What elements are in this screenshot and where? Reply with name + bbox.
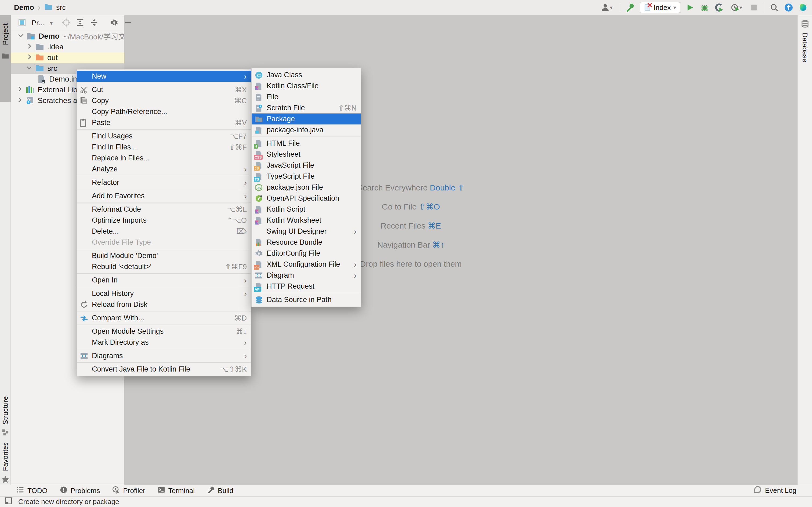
chevron-expanded-icon[interactable] <box>26 64 33 73</box>
menu-item-open-module-settings[interactable]: Open Module Settings⌘↓ <box>77 326 251 337</box>
menu-item-reformat-code[interactable]: Reformat Code⌥⌘L <box>77 204 251 215</box>
submenu-arrow-icon: › <box>244 276 247 285</box>
menu-item-typescript-file[interactable]: TSTypeScript File <box>252 171 361 182</box>
js-file-icon: JS <box>255 161 264 170</box>
left-tool-strip: Project Structure Favorites <box>0 15 11 485</box>
collapse-all-icon[interactable] <box>90 18 98 27</box>
tool-tab-favorites[interactable]: Favorites <box>0 442 11 485</box>
tree-item-demo[interactable]: Demo ~/MacBook/学习文件 <box>11 31 124 42</box>
chevron-collapsed-icon[interactable] <box>26 43 33 52</box>
tool-tab-build[interactable]: Build <box>207 486 233 496</box>
menu-item-analyze[interactable]: Analyze› <box>77 164 251 175</box>
menu-item-http-request[interactable]: APIHTTP Request <box>252 281 361 292</box>
tool-tab-problems[interactable]: Problems <box>60 486 100 496</box>
toggle-toolwindows-icon[interactable] <box>5 497 12 506</box>
menu-item-cut[interactable]: Cut⌘X <box>77 84 251 95</box>
tool-tab-structure[interactable]: Structure <box>0 396 11 437</box>
menu-separator <box>252 136 361 137</box>
menu-item-find-usages[interactable]: Find Usages⌥F7 <box>77 131 251 142</box>
menu-item-diagrams[interactable]: Diagrams› <box>77 350 251 361</box>
menu-item-scratch-file[interactable]: Scratch File⇧⌘N <box>252 103 361 113</box>
package-icon <box>255 115 264 123</box>
chevron-expanded-icon[interactable] <box>17 32 24 41</box>
menu-item-file[interactable]: File <box>252 92 361 103</box>
http-request-icon: API <box>255 282 264 291</box>
run-icon[interactable] <box>686 3 695 12</box>
menu-item-stylesheet[interactable]: CSSStylesheet <box>252 149 361 160</box>
menu-item-build-module[interactable]: Build Module 'Demo' <box>77 250 251 261</box>
menu-item-package[interactable]: Package <box>252 113 361 124</box>
menu-item-mark-directory-as[interactable]: Mark Directory as› <box>77 337 251 348</box>
menu-item-package-json[interactable]: JSpackage.json File <box>252 182 361 193</box>
menu-item-kotlin-script[interactable]: Kotlin Script <box>252 204 361 215</box>
menu-item-rebuild[interactable]: Rebuild '<default>'⇧⌘F9 <box>77 261 251 272</box>
menu-item-copy-path[interactable]: Copy Path/Reference... <box>77 106 251 117</box>
menu-item-resource-bundle[interactable]: Resource Bundle <box>252 237 361 248</box>
menu-item-new[interactable]: New› <box>77 71 251 82</box>
update-icon[interactable] <box>784 3 793 12</box>
view-selector[interactable]: Pr... <box>32 19 44 27</box>
tree-item-out[interactable]: out <box>11 52 124 63</box>
menu-item-data-source-in-path[interactable]: Data Source in Path <box>252 294 361 305</box>
breadcrumb-project[interactable]: Demo <box>14 3 34 12</box>
tool-tab-project[interactable]: Project <box>0 15 11 102</box>
submenu-arrow-icon: › <box>244 351 247 360</box>
menu-item-kotlin-worksheet[interactable]: Kotlin Worksheet <box>252 215 361 226</box>
search-everywhere-icon[interactable] <box>770 3 779 12</box>
menu-item-copy[interactable]: Copy⌘C <box>77 95 251 106</box>
menu-item-convert-java-to-kotlin[interactable]: Convert Java File to Kotlin File⌥⇧⌘K <box>77 364 251 375</box>
menu-item-replace-in-files[interactable]: Replace in Files... <box>77 153 251 164</box>
locate-icon[interactable] <box>62 18 70 27</box>
tree-item-idea[interactable]: .idea <box>11 42 124 52</box>
tool-tab-terminal[interactable]: Terminal <box>158 486 195 496</box>
event-log-button[interactable]: Event Log <box>754 485 797 496</box>
scratches-icon <box>26 96 34 105</box>
expand-all-icon[interactable] <box>76 18 84 27</box>
menu-item-xml-config[interactable]: <>XML Configuration File› <box>252 259 361 270</box>
menu-separator <box>77 349 251 349</box>
chevron-collapsed-icon[interactable] <box>16 86 23 95</box>
menu-separator <box>77 287 251 287</box>
menu-item-refactor[interactable]: Refactor› <box>77 177 251 188</box>
tool-tab-database[interactable]: Database <box>801 33 809 62</box>
menu-separator <box>77 362 251 363</box>
menu-item-java-class[interactable]: CJava Class <box>252 69 361 80</box>
menu-item-javascript-file[interactable]: JSJavaScript File <box>252 160 361 171</box>
editor-empty-hints: Search Everywhere Double ⇧ Go to File ⇧⌘… <box>357 178 464 273</box>
chevron-collapsed-icon[interactable] <box>26 53 33 62</box>
chevron-down-icon[interactable]: ▾ <box>50 20 53 26</box>
tool-tab-profiler[interactable]: Profiler <box>112 486 145 496</box>
menu-item-add-to-favorites[interactable]: Add to Favorites› <box>77 190 251 202</box>
menu-item-kotlin-class[interactable]: Kotlin Class/File <box>252 80 361 92</box>
menu-item-openapi[interactable]: OpenAPI Specification <box>252 193 361 204</box>
menu-item-html-file[interactable]: HHTML File <box>252 138 361 149</box>
user-account-icon[interactable]: ▾ <box>599 3 614 12</box>
menu-item-package-info[interactable]: package-info.java <box>252 124 361 135</box>
profiler-run-icon[interactable]: ▾ <box>729 3 744 12</box>
menu-item-delete[interactable]: Delete...⌦ <box>77 226 251 237</box>
right-tool-strip: Database <box>798 15 812 485</box>
menu-item-optimize-imports[interactable]: Optimize Imports⌃⌥O <box>77 215 251 226</box>
breadcrumb-src[interactable]: src <box>56 3 66 12</box>
menu-item-compare-with[interactable]: Compare With...⌘D <box>77 313 251 324</box>
star-icon <box>1 475 9 485</box>
build-hammer-icon[interactable] <box>625 3 635 12</box>
menu-item-diagram[interactable]: Diagram› <box>252 270 361 281</box>
run-with-coverage-icon[interactable] <box>715 3 724 12</box>
menu-item-swing-ui-designer[interactable]: Swing UI Designer› <box>252 226 361 237</box>
menu-item-local-history[interactable]: Local History› <box>77 288 251 299</box>
menu-item-paste[interactable]: Paste⌘V <box>77 117 251 128</box>
menu-item-reload-from-disk[interactable]: Reload from Disk <box>77 299 251 310</box>
menu-item-find-in-files[interactable]: Find in Files...⇧⌘F <box>77 142 251 153</box>
debug-icon[interactable] <box>700 3 709 12</box>
menu-item-open-in[interactable]: Open In› <box>77 275 251 286</box>
hide-panel-icon[interactable] <box>124 18 132 27</box>
structure-tab-label: Structure <box>1 396 10 425</box>
gear-icon[interactable] <box>110 18 118 27</box>
tool-tab-todo[interactable]: TODO <box>17 486 48 496</box>
jetbrains-space-icon[interactable] <box>799 3 808 12</box>
menu-item-editorconfig[interactable]: EditorConfig File <box>252 248 361 259</box>
folder-icon <box>36 43 44 51</box>
chevron-collapsed-icon[interactable] <box>16 96 23 105</box>
run-configuration-select[interactable]: Index ▾ <box>640 2 680 13</box>
